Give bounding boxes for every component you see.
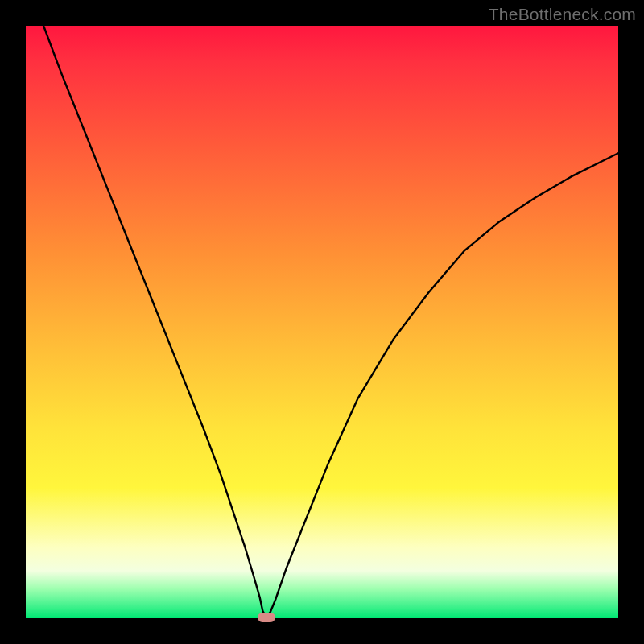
- plot-area: [26, 26, 618, 618]
- chart-frame: TheBottleneck.com: [0, 0, 644, 644]
- watermark-text: TheBottleneck.com: [489, 5, 636, 24]
- min-marker: [258, 613, 275, 622]
- curve-path: [43, 26, 618, 617]
- curve-svg: [26, 26, 618, 618]
